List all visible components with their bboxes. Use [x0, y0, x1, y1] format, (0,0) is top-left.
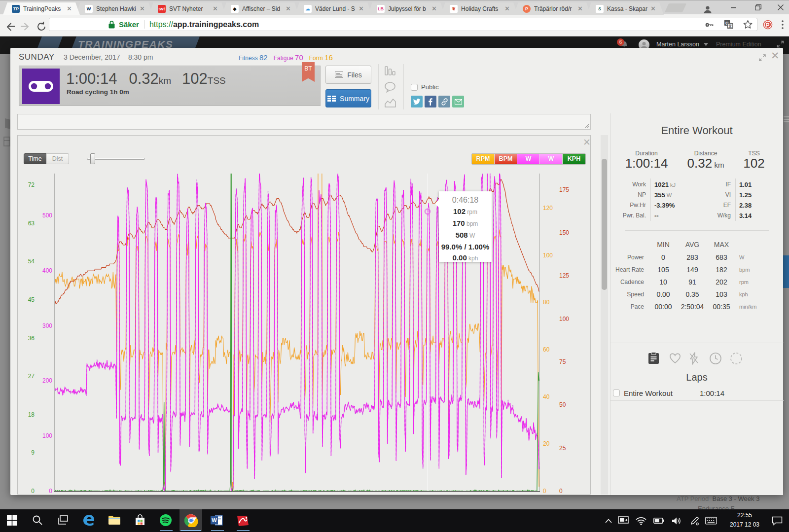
resize-grip-icon[interactable]: [585, 124, 589, 128]
address-bar[interactable]: Säker https:// app.trainingpeaks.com G文: [49, 18, 757, 31]
saved-password-key-icon[interactable]: [704, 19, 715, 30]
laps-power-tab-icon[interactable]: [688, 352, 701, 365]
trends-tab-icon[interactable]: [384, 97, 397, 109]
tray-battery-icon[interactable]: [653, 515, 665, 527]
tab-close-icon[interactable]: ✕: [504, 6, 510, 11]
tab-close-icon[interactable]: ✕: [286, 6, 291, 11]
chrome-icon[interactable]: [179, 509, 202, 531]
modal-close-button[interactable]: ✕: [771, 52, 780, 61]
window-close-button[interactable]: [773, 0, 788, 14]
browser-tab-6[interactable]: LBJulpyssel för b✕: [368, 2, 445, 15]
legend-w-button[interactable]: W: [517, 154, 540, 164]
browser-tab-2[interactable]: WStephen Hawki✕: [76, 2, 153, 15]
share-email-button[interactable]: [452, 96, 464, 107]
translate-icon[interactable]: G文: [723, 19, 734, 30]
sport-app-icon[interactable]: [232, 509, 253, 531]
tray-keyboard-icon[interactable]: [705, 515, 717, 527]
laps-heart-tab-icon[interactable]: [669, 352, 681, 365]
browser-tab-8[interactable]: PTräpärlor röd/r✕: [514, 2, 591, 15]
files-button[interactable]: Files: [325, 66, 371, 84]
chart-close-button[interactable]: ✕: [583, 139, 591, 146]
tray-wifi-icon[interactable]: [635, 515, 647, 527]
tab-close-icon[interactable]: ✕: [650, 6, 656, 11]
browser-tab-9[interactable]: SKassa - Skapar✕: [587, 2, 664, 15]
table-row-label: Cadence: [610, 279, 644, 285]
forward-button[interactable]: [19, 21, 31, 33]
action-center-icon[interactable]: [771, 515, 783, 527]
browser-profile-icon[interactable]: [702, 4, 713, 15]
quickview-scrollbar-thumb[interactable]: [602, 159, 607, 290]
browser-tab-3[interactable]: svtSVT Nyheter✕: [149, 2, 226, 15]
word-icon[interactable]: W: [206, 509, 228, 531]
tab-close-icon[interactable]: ✕: [67, 6, 72, 11]
tab-close-icon[interactable]: ✕: [359, 6, 364, 11]
charts-tab-icon[interactable]: [384, 66, 397, 77]
chart-mode-time-button[interactable]: Time: [24, 153, 46, 164]
legend-kph-button[interactable]: KPH: [563, 154, 585, 164]
chart-zoom-slider-handle[interactable]: [90, 153, 95, 164]
tab-close-icon[interactable]: ✕: [213, 6, 218, 11]
laps-notes-tab-icon[interactable]: [647, 352, 660, 365]
legend-w-button[interactable]: W: [540, 154, 563, 164]
table-row-label: Heart Rate: [610, 266, 644, 273]
notification-badge[interactable]: 6: [617, 38, 624, 46]
tray-display-icon[interactable]: [617, 515, 629, 527]
window-maximize-button[interactable]: [751, 0, 765, 14]
refresh-button[interactable]: [36, 21, 47, 33]
tray-chevron-icon[interactable]: [603, 515, 614, 527]
taskbar-search-icon[interactable]: [27, 509, 48, 531]
background-feedback-tab: [783, 255, 789, 288]
browser-tab-1[interactable]: TPTrainingPeaks✕: [3, 2, 80, 15]
summary-button[interactable]: Summary: [325, 89, 371, 107]
lap-checkbox[interactable]: [613, 390, 620, 396]
tab-close-icon[interactable]: ✕: [140, 6, 145, 11]
tab-close-icon[interactable]: ✕: [577, 6, 583, 11]
workout-comment-textarea[interactable]: [17, 114, 591, 130]
spotify-icon[interactable]: [155, 509, 177, 531]
tray-volume-icon[interactable]: [671, 515, 682, 527]
tab-close-icon[interactable]: ✕: [431, 6, 437, 11]
browser-menu-icon[interactable]: [782, 19, 784, 30]
new-tab-button[interactable]: [665, 3, 686, 12]
laps-time-tab-icon[interactable]: [709, 352, 722, 365]
icon-glyph: [36, 21, 47, 33]
back-button[interactable]: [5, 21, 17, 33]
browser-tab-5[interactable]: ☁Väder Lund - S✕: [295, 2, 372, 15]
modal-expand-icon[interactable]: [759, 54, 766, 61]
user-name[interactable]: Marten Larsson: [656, 41, 699, 48]
extension-icon[interactable]: [763, 20, 773, 30]
taskbar-clock[interactable]: 22:55 2017 12 03: [725, 511, 764, 530]
icon-glyph: [688, 352, 699, 365]
browser-tab-7[interactable]: ❦Holiday Crafts✕: [441, 2, 518, 15]
laps-custom-tab-icon[interactable]: [730, 352, 743, 365]
store-icon[interactable]: [129, 509, 151, 531]
start-button[interactable]: [1, 509, 23, 531]
user-menu-chevron-icon[interactable]: [704, 43, 708, 46]
comments-tab-icon[interactable]: [384, 81, 397, 93]
public-checkbox[interactable]: [411, 84, 418, 91]
task-view-icon[interactable]: [52, 509, 74, 531]
edge-icon[interactable]: [78, 509, 100, 531]
legend-rpm-button[interactable]: RPM: [472, 154, 495, 164]
browser-tab-4[interactable]: ◆Affischer – Sid✕: [222, 2, 299, 15]
tab-favicon-icon: S: [596, 5, 604, 13]
metric-value: --: [654, 212, 659, 219]
share-link-button[interactable]: [438, 96, 450, 107]
lap-row[interactable]: Entire Workout 1:00:14: [610, 388, 784, 401]
metric-label: NP: [610, 191, 646, 198]
chart-zoom-slider[interactable]: [87, 158, 145, 160]
expand-layout-icon[interactable]: [777, 40, 784, 48]
table-cell: 202: [716, 278, 727, 286]
table-header: MAX: [714, 241, 729, 248]
quickview-scrollbar[interactable]: [601, 135, 608, 495]
share-facebook-button[interactable]: [425, 96, 436, 107]
chart-mode-dist-button[interactable]: Dist: [46, 153, 69, 164]
share-twitter-button[interactable]: [411, 96, 423, 107]
window-minimize-button[interactable]: [726, 0, 741, 14]
bookmark-star-icon[interactable]: [743, 19, 753, 30]
legend-bpm-button[interactable]: BPM: [495, 154, 517, 164]
file-explorer-icon[interactable]: [104, 509, 125, 531]
lap-duration: 1:00:14: [700, 389, 724, 397]
tray-pen-icon[interactable]: [688, 515, 700, 527]
laps-title: Laps: [610, 372, 783, 383]
